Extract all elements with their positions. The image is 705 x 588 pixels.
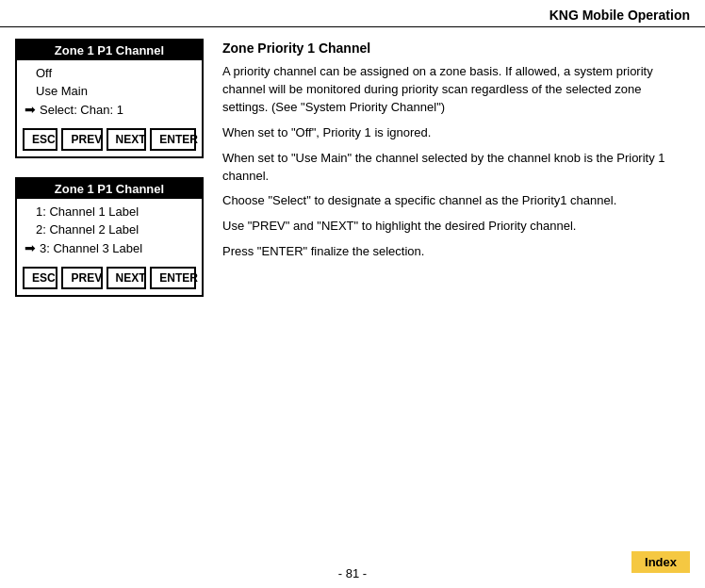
menu-box-1-prev-button[interactable]: PREV xyxy=(61,128,102,151)
menu-box-2-body: 1: Channel 1 Label 2: Channel 2 Label ➡ … xyxy=(17,199,202,261)
desc-para-4: Choose "Select" to designate a specific … xyxy=(222,192,690,210)
page-header: KNG Mobile Operation xyxy=(0,0,705,27)
right-column: Zone Priority 1 Channel A priority chann… xyxy=(222,39,690,297)
menu-box-1-title: Zone 1 P1 Channel xyxy=(17,41,202,60)
desc-para-5: Use "PREV" and "NEXT" to highlight the d… xyxy=(222,218,690,236)
page-footer: - 81 - Index xyxy=(0,566,705,580)
menu-box-2-item-1[interactable]: 1: Channel 1 Label xyxy=(17,203,202,220)
desc-para-2: When set to "Off", Priority 1 is ignored… xyxy=(222,124,690,142)
menu-box-1-esc-button[interactable]: ESC xyxy=(23,128,57,151)
menu-box-2-item-3[interactable]: ➡ 3: Channel 3 Label xyxy=(17,238,202,257)
menu-box-2-prev-button[interactable]: PREV xyxy=(61,267,102,289)
menu-box-2-esc-button[interactable]: ESC xyxy=(23,267,57,289)
desc-para-6: Press "ENTER" finalize the selection. xyxy=(222,243,690,261)
left-column: Zone 1 P1 Channel Off Use Main ➡ Select:… xyxy=(15,39,204,297)
selection-arrow-icon: ➡ xyxy=(25,102,36,117)
menu-box-1-buttons: ESC PREV NEXT ENTER xyxy=(17,122,202,156)
menu-box-2-title: Zone 1 P1 Channel xyxy=(17,179,202,199)
menu-box-2-item-2[interactable]: 2: Channel 2 Label xyxy=(17,220,202,238)
page-number: - 81 - xyxy=(338,566,367,580)
section-title: Zone Priority 1 Channel xyxy=(222,39,690,57)
content-area: Zone 1 P1 Channel Off Use Main ➡ Select:… xyxy=(0,27,705,297)
menu-box-1-item-1[interactable]: Off xyxy=(17,64,202,82)
menu-box-1-item-2[interactable]: Use Main xyxy=(17,82,202,100)
menu-box-2-enter-button[interactable]: ENTER xyxy=(150,267,196,289)
menu-box-2: Zone 1 P1 Channel 1: Channel 1 Label 2: … xyxy=(15,177,204,297)
menu-box-1-item-3[interactable]: ➡ Select: Chan: 1 xyxy=(17,100,202,119)
menu-box-2-buttons: ESC PREV NEXT ENTER xyxy=(17,261,202,295)
menu-box-1-body: Off Use Main ➡ Select: Chan: 1 xyxy=(17,60,202,122)
menu-box-1-next-button[interactable]: NEXT xyxy=(107,128,147,151)
desc-para-1: A priority channel can be assigned on a … xyxy=(222,63,690,117)
menu-box-2-next-button[interactable]: NEXT xyxy=(107,267,147,289)
menu-box-1: Zone 1 P1 Channel Off Use Main ➡ Select:… xyxy=(15,39,204,158)
desc-para-3: When set to "Use Main" the channel selec… xyxy=(222,150,690,186)
menu-box-1-enter-button[interactable]: ENTER xyxy=(150,128,196,151)
menu-box-1-item-3-label: Select: Chan: 1 xyxy=(40,103,123,117)
index-button[interactable]: Index xyxy=(631,551,690,573)
header-title: KNG Mobile Operation xyxy=(549,8,690,23)
selection-arrow-2-icon: ➡ xyxy=(25,240,36,255)
menu-box-2-item-3-label: 3: Channel 3 Label xyxy=(40,241,142,255)
